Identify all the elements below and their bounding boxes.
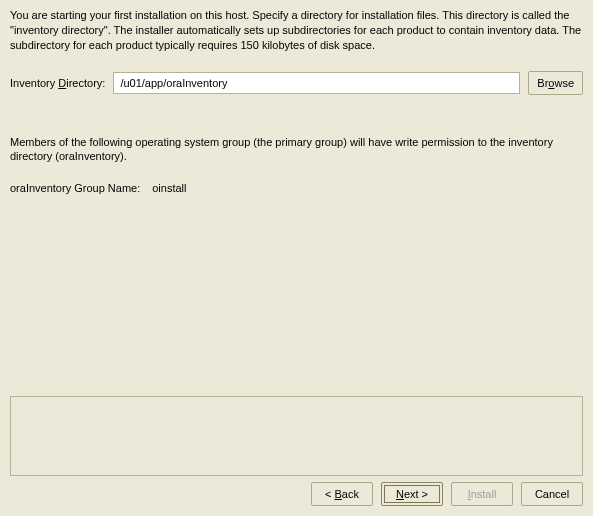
browse-button[interactable]: Browse xyxy=(528,71,583,95)
install-button: Install xyxy=(451,482,513,506)
members-text: Members of the following operating syste… xyxy=(10,135,583,165)
back-button[interactable]: < Back xyxy=(311,482,373,506)
next-button[interactable]: Next > xyxy=(381,482,443,506)
ora-inventory-group-row: oraInventory Group Name: oinstall xyxy=(10,182,583,194)
cancel-button[interactable]: Cancel xyxy=(521,482,583,506)
ora-inventory-group-label: oraInventory Group Name: xyxy=(10,182,140,194)
inventory-directory-label: Inventory Directory: xyxy=(10,77,105,89)
ora-inventory-group-value: oinstall xyxy=(152,182,186,194)
inventory-directory-input[interactable] xyxy=(113,72,520,94)
log-area xyxy=(10,396,583,476)
intro-text: You are starting your first installation… xyxy=(10,8,583,53)
button-bar: < Back Next > Install Cancel xyxy=(311,482,583,506)
inventory-directory-row: Inventory Directory: Browse xyxy=(10,71,583,95)
